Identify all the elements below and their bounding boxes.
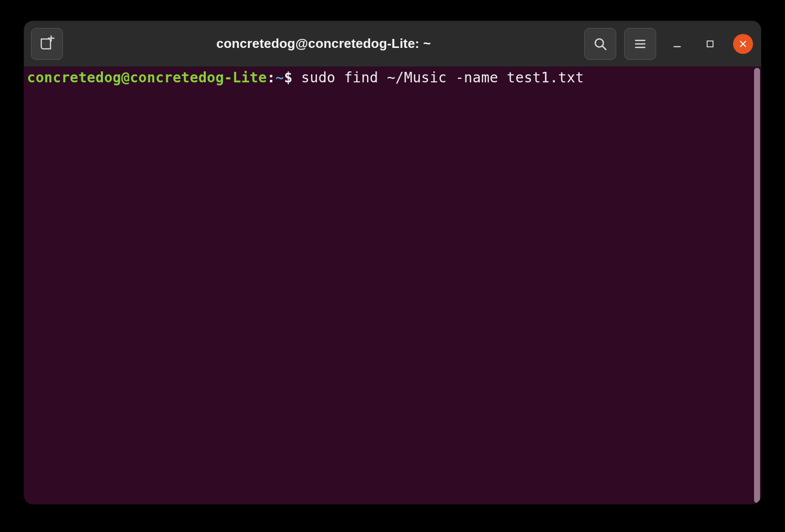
- close-icon: [739, 39, 748, 48]
- scrollbar-thumb[interactable]: [754, 68, 760, 503]
- new-tab-button[interactable]: [31, 28, 63, 60]
- window-controls: [667, 34, 753, 54]
- prompt-symbol: $: [284, 69, 301, 86]
- scrollbar[interactable]: [754, 67, 761, 504]
- maximize-button[interactable]: [700, 34, 720, 54]
- terminal-window: concretedog@concretedog-Lite: ~: [24, 21, 761, 504]
- maximize-icon: [705, 39, 715, 49]
- prompt-user-host: concretedog@concretedog-Lite: [27, 69, 267, 86]
- command-text: sudo find ~/Music -name test1.txt: [301, 69, 584, 86]
- search-button[interactable]: [584, 28, 616, 60]
- svg-line-3: [602, 46, 606, 49]
- menu-button[interactable]: [624, 28, 656, 60]
- minimize-button[interactable]: [667, 34, 687, 54]
- new-tab-icon: [38, 35, 55, 52]
- prompt-separator: :: [267, 69, 275, 86]
- window-title: concretedog@concretedog-Lite: ~: [65, 36, 582, 51]
- titlebar: concretedog@concretedog-Lite: ~: [24, 21, 761, 67]
- minimize-icon: [672, 38, 683, 49]
- terminal-area[interactable]: concretedog@concretedog-Lite:~$ sudo fin…: [24, 67, 754, 504]
- search-icon: [593, 36, 608, 51]
- close-button[interactable]: [733, 34, 753, 54]
- hamburger-icon: [633, 37, 647, 51]
- prompt-path: ~: [276, 69, 284, 86]
- svg-rect-8: [707, 41, 713, 47]
